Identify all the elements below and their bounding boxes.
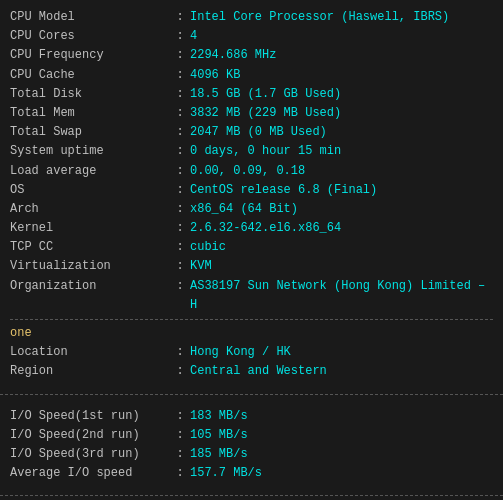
io-speed-section: I/O Speed(1st run) : 183 MB/s I/O Speed(… [0,399,503,492]
info-label-8: Load average [10,162,170,181]
system-row-5: Total Mem : 3832 MB (229 MB Used) [10,104,493,123]
info-label-0: CPU Model [10,8,170,27]
info-value-9: CentOS release 6.8 (Final) [190,181,377,200]
system-row-8: Load average : 0.00, 0.09, 0.18 [10,162,493,181]
divider-io [0,394,503,395]
location-value-1: Hong Kong / HK [190,343,291,362]
info-label-14: Organization [10,277,170,315]
system-row-6: Total Swap : 2047 MB (0 MB Used) [10,123,493,142]
info-value-3: 4096 KB [190,66,240,85]
info-label-9: OS [10,181,170,200]
info-label-3: CPU Cache [10,66,170,85]
info-label-12: TCP CC [10,238,170,257]
system-row-10: Arch : x86_64 (64 Bit) [10,200,493,219]
info-label-13: Virtualization [10,257,170,276]
io-row-2: I/O Speed(3rd run) : 185 MB/s [10,445,493,464]
info-label-7: System uptime [10,142,170,161]
info-value-13: KVM [190,257,212,276]
system-row-12: TCP CC : cubic [10,238,493,257]
io-row-3: Average I/O speed : 157.7 MB/s [10,464,493,483]
info-value-0: Intel Core Processor (Haswell, IBRS) [190,8,449,27]
info-label-6: Total Swap [10,123,170,142]
io-value-1: 105 MB/s [190,426,248,445]
location-value-2: Central and Western [190,362,327,381]
info-value-5: 3832 MB (229 MB Used) [190,104,341,123]
info-value-10: x86_64 (64 Bit) [190,200,298,219]
system-row-2: CPU Frequency : 2294.686 MHz [10,46,493,65]
system-row-11: Kernel : 2.6.32-642.el6.x86_64 [10,219,493,238]
info-value-4: 18.5 GB (1.7 GB Used) [190,85,341,104]
io-value-3: 157.7 MB/s [190,464,262,483]
location-label-0: one [10,324,170,343]
location-label-2: Region [10,362,170,381]
system-row-1: CPU Cores : 4 [10,27,493,46]
info-label-4: Total Disk [10,85,170,104]
system-info-section: CPU Model : Intel Core Processor (Haswel… [0,0,503,390]
io-label-0: I/O Speed(1st run) [10,407,170,426]
system-row-13: Virtualization : KVM [10,257,493,276]
location-label-1: Location [10,343,170,362]
info-label-2: CPU Frequency [10,46,170,65]
inner-divider [10,319,493,320]
system-row-14: Organization : AS38197 Sun Network (Hong… [10,277,493,315]
info-label-1: CPU Cores [10,27,170,46]
info-value-8: 0.00, 0.09, 0.18 [190,162,305,181]
location-row-2: Region : Central and Western [10,362,493,381]
io-row-1: I/O Speed(2nd run) : 105 MB/s [10,426,493,445]
system-row-9: OS : CentOS release 6.8 (Final) [10,181,493,200]
system-row-3: CPU Cache : 4096 KB [10,66,493,85]
io-row-0: I/O Speed(1st run) : 183 MB/s [10,407,493,426]
divider-table [0,495,503,496]
info-value-1: 4 [190,27,197,46]
io-label-3: Average I/O speed [10,464,170,483]
system-row-7: System uptime : 0 days, 0 hour 15 min [10,142,493,161]
info-label-5: Total Mem [10,104,170,123]
info-label-11: Kernel [10,219,170,238]
io-value-0: 183 MB/s [190,407,248,426]
io-label-2: I/O Speed(3rd run) [10,445,170,464]
io-value-2: 185 MB/s [190,445,248,464]
info-value-14: AS38197 Sun Network (Hong Kong) Limited … [190,277,493,315]
info-value-12: cubic [190,238,226,257]
location-row-0: one [10,324,493,343]
location-row-1: Location : Hong Kong / HK [10,343,493,362]
system-row-0: CPU Model : Intel Core Processor (Haswel… [10,8,493,27]
io-label-1: I/O Speed(2nd run) [10,426,170,445]
info-value-2: 2294.686 MHz [190,46,276,65]
info-value-7: 0 days, 0 hour 15 min [190,142,341,161]
info-value-11: 2.6.32-642.el6.x86_64 [190,219,341,238]
info-value-6: 2047 MB (0 MB Used) [190,123,327,142]
info-label-10: Arch [10,200,170,219]
system-row-4: Total Disk : 18.5 GB (1.7 GB Used) [10,85,493,104]
